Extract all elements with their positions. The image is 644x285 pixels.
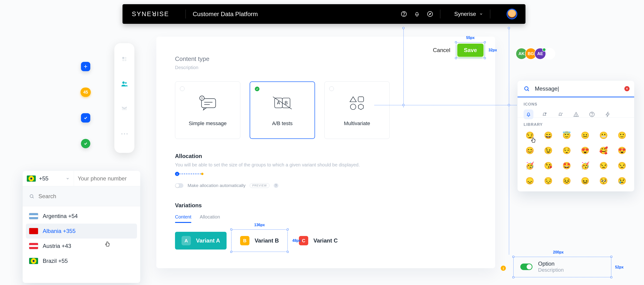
emoji[interactable]: 😌 [560,146,573,154]
account-menu[interactable]: Synerise [454,11,483,17]
more-icon[interactable] [120,129,128,138]
bell-icon[interactable] [414,11,420,17]
country-item-austria[interactable]: Austria +43 [26,238,137,254]
svg-rect-3 [122,57,124,59]
country-item-brazil[interactable]: Brazil +55 [26,254,137,268]
emoji[interactable]: 😉 [542,146,554,154]
country-item-albania[interactable]: Albania +355 [26,224,137,238]
bolt-icon[interactable] [603,110,613,119]
emoji[interactable]: 😊 [524,146,536,154]
svg-rect-5 [122,59,124,61]
emoji[interactable]: 😒 [597,162,610,170]
emoji[interactable]: 😍 [579,146,591,154]
allocation-title: Allocation [175,153,476,160]
emoji[interactable]: 😖 [579,177,591,185]
phone-input[interactable] [78,175,140,182]
emoji[interactable]: 🤩 [560,162,573,170]
section-title: Content type [175,55,476,62]
emoji[interactable]: 😞 [524,177,536,185]
option-simple-message[interactable]: 1 Simple message [175,82,240,139]
emoji[interactable]: 🥳 [524,162,536,170]
grid-icon[interactable] [120,55,128,63]
cursor-pointer-icon [104,241,110,247]
svg-point-25 [576,116,576,116]
option-label: A/B tests [272,120,292,126]
dim-label: 52px [615,265,624,269]
bell-ring-icon[interactable] [555,110,565,119]
svg-point-7 [122,82,124,84]
add-button[interactable]: + [81,62,90,71]
phone-picker: +55 Argentina +54 Albania +355 Austria +… [23,171,140,283]
clear-search-button[interactable]: ✕ [624,86,630,91]
info-icon[interactable]: i [175,172,179,176]
emoji[interactable]: 🥰 [597,146,610,154]
variant-a[interactable]: A Variant A [175,232,226,250]
emoji[interactable]: 😇 [560,131,573,139]
people-icon[interactable] [120,80,128,88]
svg-rect-19 [358,97,364,102]
mail-icon[interactable] [120,104,128,113]
emoji[interactable]: 😄 [542,131,554,139]
logo: SYNEꓤISE [132,10,169,18]
emoji[interactable]: 😍 [616,146,628,154]
svg-rect-4 [124,57,126,59]
icon-search-input[interactable] [535,86,628,92]
emoji[interactable]: 😐 [579,131,591,139]
emoji[interactable]: 😢 [616,177,628,185]
auto-allocation-toggle[interactable] [175,183,184,188]
variant-letter: A [182,236,191,245]
help-icon[interactable] [587,110,597,119]
tab-content[interactable]: Content [175,214,191,220]
svg-point-8 [125,82,127,84]
option-ab-tests[interactable]: A B A/B tests [250,82,315,139]
checkbox-chip[interactable] [81,113,90,122]
country-search-input[interactable] [38,193,134,200]
flag-icon [29,243,38,249]
compass-icon[interactable] [427,11,433,17]
divider [186,10,186,18]
section-subtitle: Description [175,65,476,70]
app-header: SYNEꓤISE Customer Data Platform Synerise [122,4,526,24]
emoji[interactable]: 😬 [597,131,610,139]
preview-badge: PREVIEW [250,183,269,188]
country-item-argentina[interactable]: Argentina +54 [26,209,137,224]
help-icon[interactable] [401,11,407,17]
option-multivariate[interactable]: Multivariate [324,82,390,139]
svg-point-21 [30,194,33,198]
warning-icon[interactable] [571,110,581,119]
save-button[interactable]: Save 55px 32px [457,44,484,57]
svg-point-1 [404,15,404,16]
option-label: Multivariate [344,120,370,126]
emoji[interactable]: 🥳 [579,162,591,170]
emoji[interactable]: 🥺 [597,177,610,185]
icon-picker: ✕ ICONS LIBRARY 😏 😄 😇 😐 😬 🙂 😊 😉 😌 😍 🥰 😍 … [518,81,634,192]
guide-line [374,105,517,105]
bell-icon[interactable] [524,110,534,119]
country-code-select[interactable]: +55 [23,171,74,186]
cursor-pointer-icon [530,137,536,143]
svg-text:1: 1 [201,96,203,100]
emoji[interactable]: 😔 [542,177,554,185]
emoji[interactable]: 😘 [542,162,554,170]
tab-allocation[interactable]: Allocation [200,214,220,220]
status-chips: + 45 [80,62,91,148]
emoji[interactable]: 🙂 [616,131,628,139]
collaborator-avatar[interactable]: AE [534,48,546,60]
app-title: Customer Data Platform [193,10,258,18]
divider [440,10,440,18]
dim-label: 32px [488,48,497,52]
variant-label: Variant A [196,238,220,244]
tooltip-icon[interactable]: ? [274,183,278,188]
flag-icon [29,228,38,234]
option-switch[interactable] [520,264,532,270]
variant-label: Variant C [313,238,338,244]
info-icon[interactable]: i [501,266,506,271]
option-desc: Description [538,267,564,273]
dim-label: 48px [292,238,301,243]
bell-dot-icon[interactable] [540,110,549,119]
cancel-button[interactable]: Cancel [433,47,450,54]
emoji[interactable]: 😒 [616,162,628,170]
collaborators: AK BG AE +2 [518,48,555,60]
emoji[interactable]: 😣 [560,177,573,185]
avatar[interactable] [506,9,517,19]
